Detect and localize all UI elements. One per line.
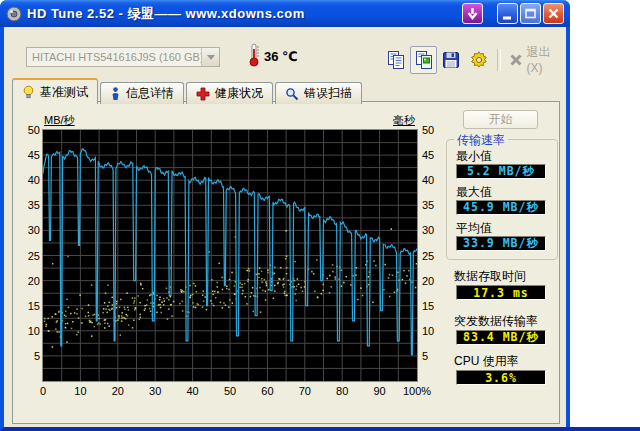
axis-tick-label: 40: [13, 174, 40, 186]
toolbar-separator: [497, 49, 501, 71]
tab-error-scan[interactable]: 错误扫描: [275, 82, 362, 104]
axis-tick-label: 15: [422, 300, 446, 312]
axis-tick-label: 45: [13, 149, 40, 161]
axis-tick-label: 15: [13, 300, 40, 312]
transfer-rate-group: 传输速率 最小值 5.2 MB/秒 最大值 45.9 MB/秒 平均值 33.9…: [446, 139, 558, 260]
info-icon: [110, 87, 121, 101]
access-time-display: 17.3 ms: [456, 285, 546, 300]
thermometer-icon: [247, 42, 261, 68]
axis-tick-label: 40: [176, 385, 210, 397]
burst-rate-label: 突发数据传输率: [454, 313, 538, 330]
group-title: 传输速率: [454, 132, 508, 149]
axis-tick-label: 80: [325, 385, 359, 397]
exit-x-icon: [509, 53, 523, 67]
axis-tick-label: 35: [13, 199, 40, 211]
axis-tick-label: 50: [213, 385, 247, 397]
copy-text-button[interactable]: [382, 46, 410, 74]
axis-tick-label: 5: [13, 350, 40, 362]
toolbar-buttons: 退出(X): [382, 44, 566, 75]
axis-tick-label: 40: [422, 174, 446, 186]
save-icon: [441, 50, 461, 70]
axis-tick-label: 10: [63, 385, 97, 397]
axis-tick-label: 25: [13, 250, 40, 262]
start-button[interactable]: 开始: [463, 110, 538, 129]
bottom-edge-line: [566, 427, 640, 431]
copy-image-button[interactable]: [410, 46, 438, 74]
axis-tick-label: 20: [13, 275, 40, 287]
axis-tick-label: 30: [13, 224, 40, 236]
axis-tick-label: 100%: [400, 385, 434, 397]
chevron-down-icon: [201, 48, 219, 66]
axis-tick-label: 10: [13, 325, 40, 337]
axis-tick-label: 30: [422, 224, 446, 236]
axis-tick-label: 20: [101, 385, 135, 397]
minimize-icon: [500, 6, 515, 21]
health-cross-icon: [196, 87, 210, 101]
hd-tune-window: HD Tune 2.52 - 绿盟—— www.xdowns.com: [0, 0, 570, 431]
axis-tick-label: 20: [422, 275, 446, 287]
axis-tick-label: 0: [26, 385, 60, 397]
cpu-usage-label: CPU 使用率: [454, 353, 519, 370]
tab-label: 基准测试: [40, 84, 88, 101]
benchmark-page: MB/秒 毫秒 5045403530252015105 504540353025…: [12, 101, 560, 424]
axis-tick-label: 60: [250, 385, 284, 397]
drive-select-value: HITACHI HTS541616J9S (160 GB): [27, 51, 201, 63]
down-arrow-icon: [465, 6, 480, 21]
tab-benchmark[interactable]: 基准测试: [12, 78, 98, 104]
maximize-icon: [523, 6, 538, 21]
save-button[interactable]: [437, 46, 465, 74]
axis-tick-label: 25: [422, 250, 446, 262]
options-button[interactable]: [465, 46, 493, 74]
axis-tick-label: 45: [422, 149, 446, 161]
tab-health[interactable]: 健康状况: [186, 82, 273, 104]
magnifier-icon: [285, 87, 299, 101]
axis-tick-label: 50: [422, 124, 446, 136]
access-time-label: 数据存取时间: [454, 268, 526, 285]
avg-value-display: 33.9 MB/秒: [456, 236, 546, 251]
app-icon: [6, 6, 22, 22]
axis-tick-label: 90: [363, 385, 397, 397]
minimize-button[interactable]: [497, 3, 518, 24]
max-value-display: 45.9 MB/秒: [456, 200, 546, 215]
close-icon: [546, 6, 561, 21]
title-bar: HD Tune 2.52 - 绿盟—— www.xdowns.com: [0, 0, 570, 27]
copy-image-icon: [414, 50, 434, 70]
cpu-usage-display: 3.6%: [456, 370, 546, 385]
min-label: 最小值: [456, 149, 492, 163]
axis-tick-label: 35: [422, 199, 446, 211]
maximize-button[interactable]: [520, 3, 541, 24]
close-button[interactable]: [543, 3, 564, 24]
tab-label: 错误扫描: [304, 85, 352, 102]
axis-tick-label: 30: [138, 385, 172, 397]
window-title: HD Tune 2.52 - 绿盟—— www.xdowns.com: [27, 5, 460, 23]
avg-label: 平均值: [456, 221, 492, 235]
lightbulb-icon: [22, 85, 35, 99]
benchmark-chart: [43, 130, 417, 381]
tab-label: 健康状况: [215, 85, 263, 102]
exit-button[interactable]: 退出(X): [509, 44, 566, 75]
axis-tick-label: 5: [422, 350, 446, 362]
options-icon: [469, 50, 489, 70]
copy-text-icon: [386, 50, 406, 70]
screenshot-root: HD Tune 2.52 - 绿盟—— www.xdowns.com: [0, 0, 640, 431]
tab-label: 信息详情: [126, 85, 174, 102]
axis-tick-label: 70: [288, 385, 322, 397]
temperature-value: 36 ℃: [264, 49, 298, 64]
tab-bar: 基准测试 信息详情 健康状况 错误扫描: [12, 78, 362, 104]
tab-info[interactable]: 信息详情: [100, 82, 184, 104]
burst-rate-display: 83.4 MB/秒: [456, 330, 546, 345]
exit-label: 退出(X): [527, 44, 566, 75]
left-axis-unit: MB/秒: [44, 113, 75, 128]
axis-tick-label: 10: [422, 325, 446, 337]
right-axis-unit: 毫秒: [365, 113, 415, 128]
axis-tick-label: 50: [13, 124, 40, 136]
download-button[interactable]: [462, 3, 483, 24]
min-value-display: 5.2 MB/秒: [456, 164, 546, 179]
max-label: 最大值: [456, 185, 492, 199]
drive-select[interactable]: HITACHI HTS541616J9S (160 GB): [26, 47, 220, 67]
